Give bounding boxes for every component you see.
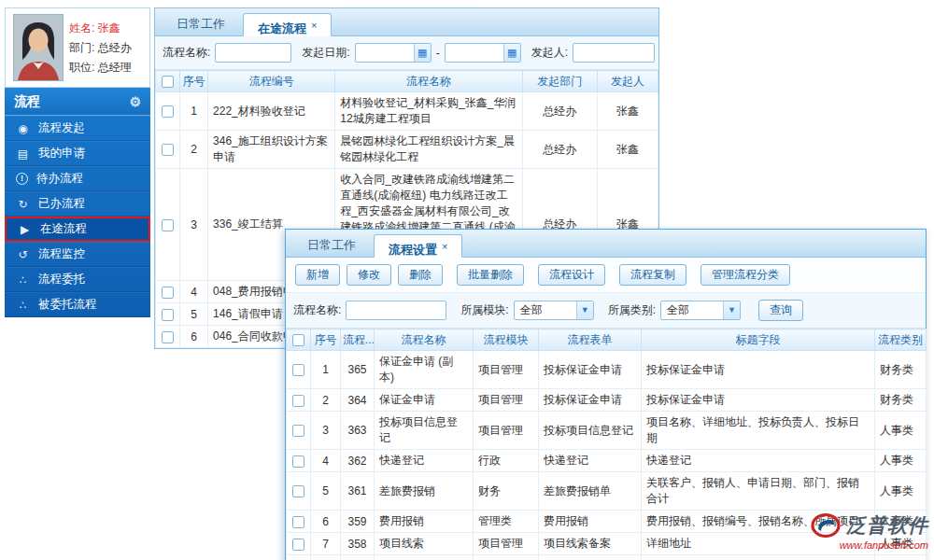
close-icon[interactable]: × — [311, 20, 317, 31]
module-select[interactable]: 全部 ▼ — [514, 301, 594, 320]
col-module[interactable]: 流程模块 — [474, 329, 539, 351]
start-date-from: ▦ — [355, 43, 432, 63]
cell-initiator: 张鑫 — [597, 131, 658, 169]
sidebar-item-pending-process[interactable]: ! 待办流程 — [5, 166, 150, 191]
row-checkbox[interactable] — [292, 395, 304, 407]
select-all-checkbox[interactable] — [292, 334, 304, 346]
process-copy-button[interactable]: 流程复制 — [619, 264, 686, 286]
sidebar: 流程 ⚙ ◉ 流程发起 ▤ 我的申请 ! 待办流程 ↻ 已办流程 ▶ 在途流程 … — [5, 88, 150, 317]
col-category[interactable]: 流程类别 — [875, 329, 927, 351]
vendor-url: www.fanpusoft.com — [810, 539, 928, 551]
row-checkbox[interactable] — [292, 485, 304, 497]
add-button[interactable]: 新增 — [295, 264, 340, 286]
sync-icon: ↺ — [16, 248, 30, 261]
process-design-button[interactable]: 流程设计 — [538, 264, 605, 286]
cell-form: 费用报销 — [539, 555, 642, 560]
query-button[interactable]: 查询 — [758, 300, 803, 321]
tab-daily-work[interactable]: 日常工作 — [293, 233, 370, 257]
cell-title-field: 投标保证金申请 — [642, 389, 875, 412]
cell-title-field: 项目名称、详细地址、投标负责人、投标日期 — [642, 412, 875, 450]
row-checkbox[interactable] — [292, 516, 304, 528]
tab-daily-work[interactable]: 日常工作 — [163, 12, 239, 35]
sidebar-item-delegated-process[interactable]: ∴ 被委托流程 — [5, 292, 150, 317]
sidebar-item-intransit-process[interactable]: ▶ 在途流程 — [5, 217, 150, 242]
sidebar-item-process-monitor[interactable]: ↺ 流程监控 — [5, 242, 150, 267]
initiator-input[interactable] — [573, 43, 655, 63]
cell-module: 项目管理 — [474, 351, 539, 389]
gear-icon[interactable]: ⚙ — [129, 94, 141, 109]
select-all-checkbox[interactable] — [162, 76, 174, 88]
cell-module: 财务 — [474, 555, 539, 560]
cell-form: 投标项目信息登记 — [539, 412, 642, 450]
cell-title-field: 关联客户、报销人、申请日期、部门、报销合计 — [642, 472, 875, 511]
cell-name: 材料验收登记_材料采购_张鑫_华润12城房建工程项目 — [335, 92, 522, 131]
cell-no: 8 — [311, 555, 341, 560]
screen: 姓名: 张鑫 部门: 总经办 职位: 总经理 流程 ⚙ ◉ 流程发起 ▤ 我的申… — [0, 0, 934, 560]
sidebar-item-done-process[interactable]: ↻ 已办流程 — [5, 191, 150, 217]
row-checkbox[interactable] — [292, 455, 304, 468]
batch-delete-button[interactable]: 批量删除 — [457, 264, 524, 286]
col-title-field[interactable]: 标题字段 — [642, 329, 875, 351]
col-id[interactable]: 流程... — [341, 329, 375, 351]
cell-form: 投标保证金申请 — [539, 389, 642, 412]
profile-dept: 部门: 总经办 — [69, 38, 132, 58]
row-checkbox[interactable] — [162, 105, 174, 118]
cell-form: 费用报销 — [539, 511, 642, 533]
table-row: 1 365 保证金申请 (副本) 项目管理 投标保证金申请 投标保证金申请 财务… — [287, 351, 927, 389]
cell-name: 保证金申请 — [375, 389, 474, 412]
process-name-input[interactable] — [346, 301, 446, 320]
col-form[interactable]: 流程表单 — [539, 329, 642, 351]
sidebar-item-process-initiate[interactable]: ◉ 流程发起 — [5, 116, 150, 141]
category-select[interactable]: 全部 ▼ — [660, 301, 741, 320]
row-checkbox[interactable] — [162, 331, 174, 343]
start-date-from-input[interactable] — [356, 45, 414, 61]
back-filterbar: 流程名称: 发起日期: ▦ - ▦ 发起人: — [155, 36, 658, 70]
tab-process-settings[interactable]: 流程设置× — [374, 234, 462, 258]
row-checkbox[interactable] — [292, 364, 304, 376]
cell-id: 363 — [341, 412, 375, 450]
row-checkbox[interactable] — [292, 425, 304, 437]
cell-form: 差旅费报销单 — [539, 472, 642, 511]
row-checkbox[interactable] — [162, 144, 174, 156]
avatar — [14, 15, 63, 80]
start-date-to: ▦ — [445, 43, 521, 63]
process-name-label: 流程名称: — [163, 45, 210, 61]
cell-category: 人事类 — [875, 472, 927, 511]
chevron-down-icon: ▼ — [723, 301, 740, 319]
sidebar-item-process-delegate[interactable]: ∴ 流程委托 — [5, 267, 150, 292]
sidebar-item-my-applications[interactable]: ▤ 我的申请 — [5, 141, 150, 166]
tab-intransit-process[interactable]: 在途流程× — [243, 13, 332, 36]
cell-category: 财务类 — [875, 351, 927, 389]
col-initiator[interactable]: 发起人 — [597, 71, 658, 92]
module-label: 所属模块: — [460, 302, 508, 318]
profile-card: 姓名: 张鑫 部门: 总经办 职位: 总经理 — [5, 7, 150, 88]
category-label: 所属类别: — [608, 302, 656, 318]
col-name[interactable]: 流程名称 — [375, 329, 474, 351]
table-row: 8 357 测试费用报销 财务 费用报销 费用报销、报销编号、报销名称、本次报销… — [287, 555, 927, 560]
col-code[interactable]: 流程编号 — [208, 71, 335, 92]
row-checkbox[interactable] — [162, 219, 174, 231]
calendar-icon[interactable]: ▦ — [503, 44, 520, 62]
row-checkbox[interactable] — [292, 539, 304, 551]
cell-module: 管理类 — [474, 511, 539, 533]
col-dept[interactable]: 发起部门 — [522, 71, 597, 92]
cell-module: 项目管理 — [474, 412, 539, 450]
close-icon[interactable]: × — [442, 241, 447, 252]
calendar-icon[interactable]: ▦ — [414, 44, 431, 62]
process-name-input[interactable] — [215, 43, 291, 63]
manage-category-button[interactable]: 管理流程分类 — [700, 264, 790, 286]
col-name[interactable]: 流程名称 — [335, 71, 522, 92]
cell-name: 晨铭园林绿化工程组织设计方案_晨铭园林绿化工程 — [335, 131, 522, 169]
row-checkbox[interactable] — [162, 287, 174, 299]
table-header-row: 序号 流程... 流程名称 流程模块 流程表单 标题字段 流程类别 — [287, 329, 927, 351]
row-checkbox[interactable] — [162, 309, 174, 321]
delete-button[interactable]: 删除 — [398, 264, 443, 286]
start-date-to-input[interactable] — [446, 45, 503, 61]
cell-module: 财务 — [474, 472, 539, 511]
tab-label: 在途流程 — [258, 21, 306, 35]
table-row: 4 362 快递登记 行政 快递登记 快递登记 人事类 — [287, 450, 927, 472]
cell-category: 人事类 — [875, 412, 927, 450]
cell-code: 222_材料验收登记 — [208, 92, 335, 131]
edit-button[interactable]: 修改 — [347, 264, 391, 286]
cell-module: 项目管理 — [474, 389, 539, 412]
